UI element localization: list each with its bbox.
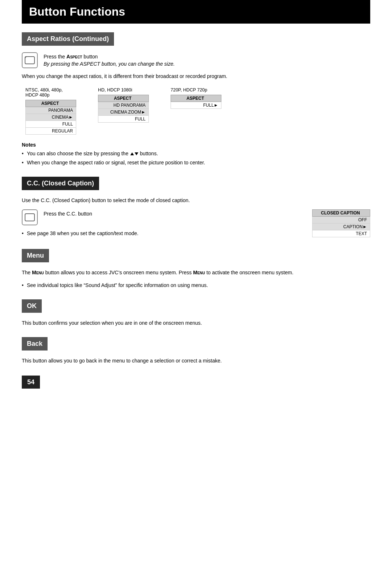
triangle-down-icon: [135, 152, 138, 155]
ok-header: OK: [22, 299, 42, 313]
menu-section: Menu The Menu button allows you to acces…: [22, 249, 370, 289]
svg-rect-0: [25, 57, 34, 64]
menu-small-caps: Menu: [32, 270, 44, 275]
notes-list: You can also choose the size by pressing…: [22, 150, 370, 167]
aspect-button-icon: [22, 52, 38, 68]
diagram2-table: ASPECT HD PANORAMA CINEMA ZOOM► FULL: [98, 95, 149, 123]
ok-section: OK This button confirms your selection w…: [22, 299, 370, 327]
aspect-ratios-section: Aspect Ratios (Continued) Press the Aspe…: [22, 32, 370, 167]
cell: CINEMA►: [26, 114, 76, 121]
cc-header: C.C. (Closed Caption): [22, 177, 99, 190]
table-row: ASPECT: [26, 100, 76, 107]
cc-layout: Press the C.C. button See page 38 when y…: [22, 209, 370, 239]
cell: FULL: [26, 121, 76, 128]
cc-notes-list: See page 38 when you set the caption/tex…: [22, 230, 298, 237]
diagram3-table: ASPECT FULL►: [171, 95, 221, 109]
aspect-ratios-header: Aspect Ratios (Continued): [22, 32, 114, 46]
cell: ASPECT: [171, 95, 221, 102]
cc-left: Press the C.C. button See page 38 when y…: [22, 209, 298, 239]
cc-table-container: CLOSED CAPTION OFF CAPTION► TEXT: [312, 209, 370, 237]
cell: CAPTION►: [313, 224, 370, 230]
ok-body-text: This button confirms your selection when…: [22, 319, 370, 327]
list-item: See individual topics like “Sound Adjust…: [22, 282, 370, 289]
cell: OFF: [313, 217, 370, 224]
aspect-notes: Notes You can also choose the size by pr…: [22, 142, 370, 167]
menu-body-text: The Menu button allows you to access JVC…: [22, 269, 370, 276]
cc-press-text: Press the C.C. button: [44, 209, 92, 218]
aspect-italic-note: By pressing the ASPECT button, you can c…: [44, 61, 175, 67]
list-item: See page 38 when you set the caption/tex…: [22, 230, 298, 237]
cell: FULL: [98, 116, 149, 123]
table-row: REGULAR: [26, 128, 76, 135]
menu-header: Menu: [22, 249, 49, 262]
aspect-press-text: Press the Aspect button: [44, 54, 175, 60]
svg-rect-1: [25, 214, 34, 221]
menu-notes-list: See individual topics like “Sound Adjust…: [22, 282, 370, 289]
aspect-button-text: Press the Aspect button By pressing the …: [44, 52, 175, 68]
table-row: HD PANORAMA: [98, 102, 149, 109]
table-row: FULL►: [171, 102, 221, 109]
diagram-720p: 720P, HDCP 720p ASPECT FULL►: [171, 87, 221, 109]
table-row: OFF: [313, 217, 370, 224]
cell: ASPECT: [26, 100, 76, 107]
page-number: 54: [22, 376, 40, 389]
table-row: ASPECT: [171, 95, 221, 102]
diagram1-table: ASPECT PANORAMA CINEMA► FULL REGULAR: [25, 100, 76, 135]
cell: PANORAMA: [26, 107, 76, 114]
cell: REGULAR: [26, 128, 76, 135]
back-section: Back This button allows you to go back i…: [22, 337, 370, 365]
cell: FULL►: [171, 102, 221, 109]
back-body-text: This button allows you to go back in the…: [22, 357, 370, 365]
table-row: CINEMA ZOOM►: [98, 109, 149, 116]
page-title: Button Functions: [22, 0, 370, 24]
cell: CLOSED CAPTION: [313, 210, 370, 217]
table-row: CLOSED CAPTION: [313, 210, 370, 217]
list-item: You can also choose the size by pressing…: [22, 150, 370, 157]
table-row: TEXT: [313, 230, 370, 237]
list-item: When you change the aspect ratio or sign…: [22, 159, 370, 167]
cell: ASPECT: [98, 95, 149, 102]
table-row: PANORAMA: [26, 107, 76, 114]
table-row: FULL: [26, 121, 76, 128]
cc-button-icon: [22, 209, 38, 225]
notes-title: Notes: [22, 142, 370, 148]
cc-section: C.C. (Closed Caption) Use the C.C. (Clos…: [22, 177, 370, 239]
aspect-diagrams: NTSC, 480i, 480p,HDCP 480p ASPECT PANORA…: [25, 87, 370, 135]
diagram3-label: 720P, HDCP 720p: [171, 87, 207, 93]
table-row: ASPECT: [98, 95, 149, 102]
cc-body-text: Use the C.C. (Closed Caption) button to …: [22, 197, 370, 204]
cell: HD PANORAMA: [98, 102, 149, 109]
table-row: CAPTION►: [313, 224, 370, 230]
cell: TEXT: [313, 230, 370, 237]
diagram2-label: HD, HDCP 1080i: [98, 87, 132, 93]
cc-press-label: Press the C.C. button: [44, 211, 92, 217]
diagram-hd: HD, HDCP 1080i ASPECT HD PANORAMA CINEMA…: [98, 87, 149, 123]
cc-button-row: Press the C.C. button: [22, 209, 298, 225]
menu-press-small-caps: Menu: [193, 270, 205, 275]
back-header: Back: [22, 337, 48, 351]
table-row: CINEMA►: [26, 114, 76, 121]
aspect-body-text: When you change the aspect ratios, it is…: [22, 73, 370, 80]
diagram1-label: NTSC, 480i, 480p,HDCP 480p: [25, 87, 63, 98]
cc-table: CLOSED CAPTION OFF CAPTION► TEXT: [312, 209, 370, 237]
cell: CINEMA ZOOM►: [98, 109, 149, 116]
diagram-ntsc: NTSC, 480i, 480p,HDCP 480p ASPECT PANORA…: [25, 87, 76, 135]
triangle-up-icon: [130, 152, 134, 155]
table-row: FULL: [98, 116, 149, 123]
aspect-button-row: Press the Aspect button By pressing the …: [22, 52, 370, 68]
